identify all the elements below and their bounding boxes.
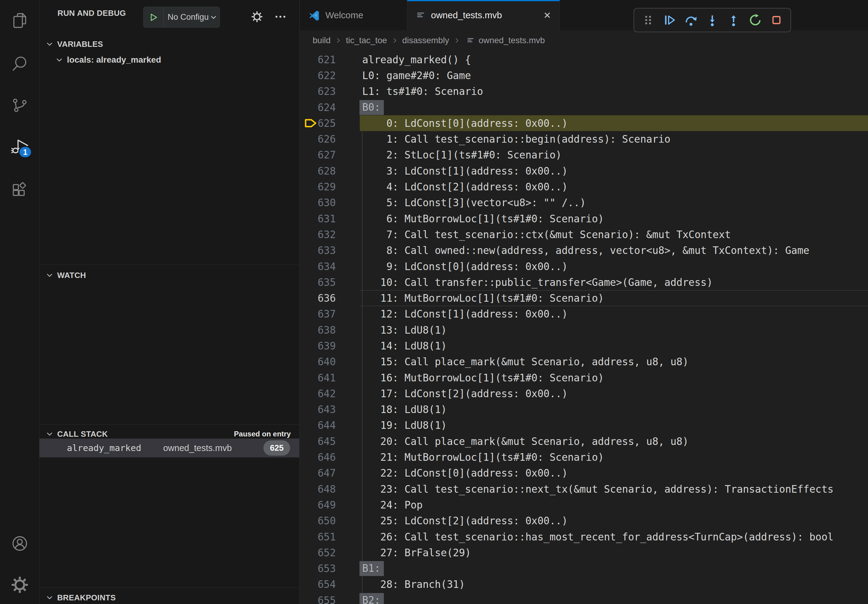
gutter[interactable]: 627 (300, 149, 360, 161)
code-text[interactable]: 6: MutBorrowLoc[1](ts#1#0: Scenario) (360, 211, 868, 226)
code-line-639[interactable]: 639 14: LdU8(1) (300, 338, 868, 354)
breakpoints-section-header[interactable]: BREAKPOINTS (40, 589, 299, 604)
code-text[interactable]: 24: Pop (360, 497, 868, 513)
code-text[interactable]: 2: StLoc[1](ts#1#0: Scenario) (360, 147, 868, 163)
code-text[interactable]: B1: (360, 561, 868, 577)
continue-button[interactable] (663, 13, 676, 27)
step-into-button[interactable] (705, 13, 719, 27)
settings-gear-icon[interactable] (10, 575, 29, 594)
gutter[interactable]: 632 (300, 229, 360, 240)
gutter[interactable]: 634 (300, 261, 360, 273)
code-line-624[interactable]: 624B0: (300, 99, 868, 115)
code-line-638[interactable]: 638 13: LdU8(1) (300, 322, 868, 338)
gutter[interactable]: 648 (300, 483, 360, 495)
gutter[interactable]: 644 (300, 420, 360, 431)
code-text[interactable]: 12: LdConst[1](address: 0x00..) (360, 306, 868, 322)
breadcrumb-item[interactable]: disassembly (402, 36, 449, 45)
code-line-636[interactable]: 636 11: MutBorrowLoc[1](ts#1#0: Scenario… (300, 290, 868, 306)
code-line-626[interactable]: 626 1: Call test_scenario::begin(address… (300, 131, 868, 147)
code-line-643[interactable]: 643 18: LdU8(1) (300, 402, 868, 418)
code-line-633[interactable]: 633 8: Call owned::new(address, address,… (300, 243, 868, 259)
gutter[interactable]: 646 (300, 451, 360, 463)
variables-section-header[interactable]: VARIABLES (40, 36, 299, 52)
code-text[interactable]: 13: LdU8(1) (360, 322, 868, 338)
code-line-647[interactable]: 647 22: LdConst[0](address: 0x00..) (300, 465, 868, 481)
run-and-debug-icon[interactable]: 1 (10, 137, 29, 156)
gutter[interactable]: 652 (300, 547, 360, 559)
gripper-icon[interactable] (642, 13, 655, 27)
code-text[interactable]: 7: Call test_scenario::ctx(&mut Scenario… (360, 226, 868, 242)
code-line-654[interactable]: 654 28: Branch(31) (300, 577, 868, 592)
code-line-646[interactable]: 646 21: MutBorrowLoc[1](ts#1#0: Scenario… (300, 449, 868, 465)
gutter[interactable]: 621 (300, 54, 360, 66)
gutter[interactable]: 654 (300, 578, 360, 590)
code-line-621[interactable]: 621already_marked() { (300, 52, 868, 68)
code-text[interactable]: 11: MutBorrowLoc[1](ts#1#0: Scenario) (360, 290, 868, 306)
code-text[interactable]: 16: MutBorrowLoc[1](ts#1#0: Scenario) (360, 370, 868, 386)
explorer-icon[interactable] (10, 11, 29, 30)
gutter[interactable]: 628 (300, 165, 360, 177)
chevron-down-icon[interactable] (209, 7, 220, 27)
code-line-630[interactable]: 630 5: LdConst[3](vector<u8>: "" /..) (300, 195, 868, 211)
code-text[interactable]: 27: BrFalse(29) (360, 545, 868, 561)
gutter[interactable]: 639 (300, 340, 360, 352)
code-text[interactable]: 23: Call test_scenario::next_tx(&mut Sce… (360, 481, 868, 497)
code-text[interactable]: 25: LdConst[2](address: 0x00..) (360, 513, 868, 529)
call-stack-frame-row[interactable]: already_marked owned_tests.mvb 625 (40, 438, 299, 457)
code-line-634[interactable]: 634 9: LdConst[0](address: 0x00..) (300, 259, 868, 274)
code-line-627[interactable]: 627 2: StLoc[1](ts#1#0: Scenario) (300, 147, 868, 163)
code-line-642[interactable]: 642 17: LdConst[2](address: 0x00..) (300, 386, 868, 401)
gutter[interactable]: 631 (300, 213, 360, 225)
gutter[interactable]: 641 (300, 372, 360, 384)
gutter[interactable]: 643 (300, 404, 360, 415)
code-line-648[interactable]: 648 23: Call test_scenario::next_tx(&mut… (300, 481, 868, 497)
gutter[interactable]: 635 (300, 276, 360, 288)
gutter[interactable]: 622 (300, 70, 360, 82)
code-line-651[interactable]: 651 26: Call test_scenario::has_most_rec… (300, 529, 868, 545)
more-actions-icon[interactable] (274, 12, 287, 21)
gutter[interactable]: 651 (300, 531, 360, 543)
code-text[interactable]: 4: LdConst[2](address: 0x00..) (360, 179, 868, 195)
code-text[interactable]: 22: LdConst[0](address: 0x00..) (360, 465, 868, 481)
code-line-652[interactable]: 652 27: BrFalse(29) (300, 545, 868, 561)
code-text[interactable]: B2: (360, 592, 868, 604)
extensions-icon[interactable] (10, 181, 29, 200)
code-line-637[interactable]: 637 12: LdConst[1](address: 0x00..) (300, 306, 868, 322)
code-text[interactable]: 10: Call transfer::public_transfer<Game>… (360, 274, 868, 290)
code-text[interactable]: 20: Call place_mark(&mut Scenario, addre… (360, 434, 868, 449)
gutter[interactable]: 633 (300, 245, 360, 256)
code-line-629[interactable]: 629 4: LdConst[2](address: 0x00..) (300, 179, 868, 195)
code-text[interactable]: 9: LdConst[0](address: 0x00..) (360, 259, 868, 274)
code-text[interactable]: B0: (360, 99, 868, 115)
gutter[interactable]: 636 (300, 292, 360, 304)
code-line-645[interactable]: 645 20: Call place_mark(&mut Scenario, a… (300, 434, 868, 449)
gutter[interactable]: 623 (300, 85, 360, 97)
breadcrumb-item[interactable]: tic_tac_toe (346, 36, 387, 45)
code-line-635[interactable]: 635 10: Call transfer::public_transfer<G… (300, 274, 868, 290)
gutter[interactable]: 645 (300, 435, 360, 448)
gutter[interactable]: 624 (300, 102, 360, 113)
code-text[interactable]: 21: MutBorrowLoc[1](ts#1#0: Scenario) (360, 449, 868, 465)
code-line-625[interactable]: 625 0: LdConst[0](address: 0x00..) (300, 115, 868, 131)
step-out-button[interactable] (727, 13, 740, 27)
tab-label[interactable]: owned_tests.mvb (431, 10, 502, 20)
code-text[interactable]: 0: LdConst[0](address: 0x00..) (360, 115, 868, 131)
code-line-653[interactable]: 653B1: (300, 561, 868, 577)
account-icon[interactable] (10, 534, 29, 553)
code-line-655[interactable]: 655B2: (300, 592, 868, 604)
config-dropdown[interactable]: No Configura (164, 7, 209, 27)
gutter[interactable]: 647 (300, 467, 360, 479)
step-over-button[interactable] (684, 13, 698, 27)
search-icon[interactable] (10, 54, 29, 73)
debug-settings-gear-icon[interactable] (251, 10, 264, 23)
code-text[interactable]: 17: LdConst[2](address: 0x00..) (360, 386, 868, 401)
gutter[interactable]: 637 (300, 308, 360, 320)
code-line-650[interactable]: 650 25: LdConst[2](address: 0x00..) (300, 513, 868, 529)
source-control-icon[interactable] (10, 96, 29, 115)
code-text[interactable]: 3: LdConst[1](address: 0x00..) (360, 163, 868, 179)
code-text[interactable]: 15: Call place_mark(&mut Scenario, addre… (360, 354, 868, 370)
tab-owned-tests[interactable]: owned_tests.mvb ✕ (407, 0, 560, 30)
gutter[interactable]: 642 (300, 388, 360, 400)
code-text[interactable]: 5: LdConst[3](vector<u8>: "" /..) (360, 195, 868, 211)
restart-button[interactable] (749, 13, 762, 27)
